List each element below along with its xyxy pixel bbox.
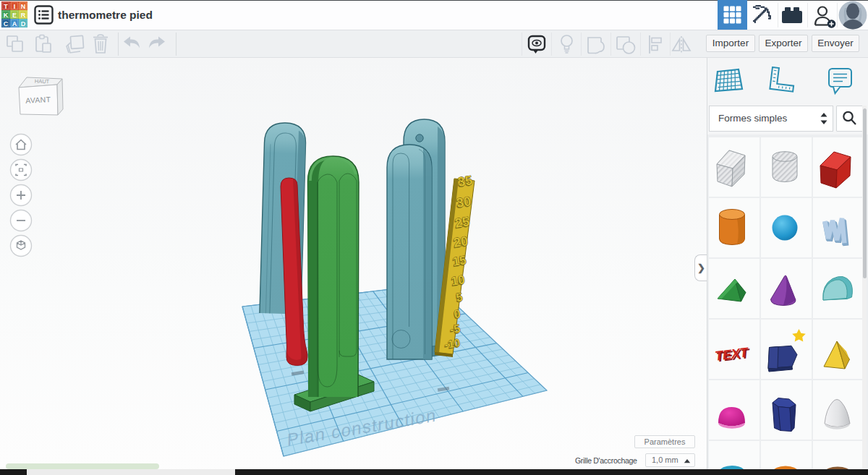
svg-text:20: 20 <box>453 234 469 250</box>
svg-text:I: I <box>14 3 16 10</box>
svg-text:HAUT: HAUT <box>35 78 50 85</box>
svg-text:D: D <box>21 20 26 27</box>
svg-text:5: 5 <box>455 291 464 304</box>
svg-text:-10: -10 <box>443 336 461 351</box>
svg-text:30: 30 <box>456 194 472 210</box>
svg-text:-5: -5 <box>449 322 461 336</box>
svg-text:R: R <box>21 12 26 19</box>
svg-text:K: K <box>4 12 9 19</box>
svg-text:35: 35 <box>457 173 474 189</box>
svg-text:E: E <box>12 12 17 19</box>
svg-text:C: C <box>4 20 9 27</box>
svg-text:25: 25 <box>454 214 471 231</box>
svg-text:AVANT: AVANT <box>25 95 51 105</box>
svg-text:10: 10 <box>450 273 466 288</box>
svg-text:T: T <box>4 3 8 10</box>
svg-text:A: A <box>12 20 17 27</box>
svg-text:N: N <box>21 3 26 10</box>
svg-text:15: 15 <box>451 253 467 269</box>
